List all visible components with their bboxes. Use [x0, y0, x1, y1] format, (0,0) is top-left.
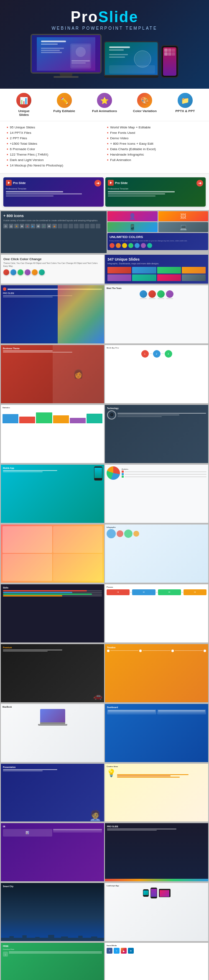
icons-preview-grid: ⊙ ◎ ★ ⊕ ♥ ▶ ⊞ ✓ ⊗ ◆: [3, 224, 104, 228]
slide-grid-row8: MacBook Dashboard: [0, 703, 209, 763]
proslide-preview-banner: Pro Slide Professional Template Pro: [0, 174, 209, 210]
spec-item-3: •2 PPT Files: [7, 136, 102, 141]
monitor-device: [31, 34, 102, 78]
laptop-device: [104, 41, 158, 78]
slide-thumb-18: Creative Ideas 💡: [105, 764, 208, 822]
slide-thumb-11: Skills: [1, 584, 104, 642]
preview-left-title: Pro Slide: [13, 182, 25, 184]
unique-slides-panel: 347 Unique Slides Infographic, Dashboard…: [105, 255, 208, 284]
slide-thumb-2: Meet The Team: [105, 285, 208, 343]
specs-section: •95 Unique Slides •14 PPTX Files •2 PPT …: [0, 121, 209, 174]
slide-thumb-1: PRO SLIDE: [1, 285, 104, 343]
svg-rect-3: [41, 48, 64, 49]
one-click-panel: One Click Color Change Theme Color, You …: [1, 255, 104, 284]
feature-slides-label: UniqueSlides: [5, 109, 43, 117]
spec-r-item-6: •Handmade Infographic: [107, 152, 202, 157]
slide-thumb-22: Landscape App: [105, 883, 208, 941]
svg-rect-16: [109, 56, 125, 58]
icons-count-label: + 800 icons: [3, 214, 104, 218]
svg-rect-10: [71, 62, 86, 64]
svg-rect-5: [41, 52, 62, 53]
unlimited-colors-label: UNLIMITED COLORS: [110, 235, 206, 239]
feature-editable-icon: ✏️: [57, 93, 72, 108]
slide-thumb-14: Timeline: [105, 644, 208, 702]
spec-item-4: •+1500 Total Slides: [7, 141, 102, 146]
unique-slides-label: 347 Unique Slides: [107, 257, 206, 261]
svg-marker-18: [8, 182, 10, 184]
slide-grid-row7: Premium 🚗 Timeline: [0, 643, 209, 703]
color-palette: [110, 243, 206, 248]
slide-grid-row3: Statistics Technology ⚙: [0, 404, 209, 464]
slide-thumb-9: [1, 525, 104, 583]
slide-thumb-23: FREE Download Now ↓: [1, 943, 104, 980]
svg-marker-19: [110, 182, 112, 184]
one-click-colors: [3, 269, 102, 275]
svg-rect-17: [109, 65, 155, 74]
slide-thumb-21: Smart City: [1, 883, 104, 941]
svg-rect-2: [41, 43, 58, 45]
header-subtitle: Webinar PowerPoint Template: [7, 26, 202, 31]
spec-item-7: •Dark and Light Version: [7, 157, 102, 163]
slide-grid-row10: 06 📊 PRO SLIDE: [0, 822, 209, 882]
slide-grid-row9: Presentation 🧑‍💼 Creative Ideas 💡: [0, 763, 209, 823]
specs-col-left: •95 Unique Slides •14 PPTX Files •2 PPT …: [7, 125, 102, 168]
slide-thumb-12: Process 01 02 03 04: [105, 584, 208, 642]
bar-chart-1: [3, 409, 102, 424]
unique-slides-grid: [107, 267, 206, 281]
feature-animations-icon: ⭐: [97, 93, 112, 108]
spec-r-item-2: •Free Fonts Used: [107, 130, 202, 136]
feature-slides-icon: 📊: [16, 93, 31, 108]
features-bar: 📊 UniqueSlides ✏️ Fully Editable ⭐ Full …: [0, 89, 209, 121]
slide-grid-row1: PRO SLIDE Meet The Team: [0, 284, 209, 344]
slide-thumb-13: Premium 🚗: [1, 644, 104, 702]
preview-left: Pro Slide Professional Template: [3, 177, 104, 207]
icons-panel: + 800 icons A wide variety of modern ico…: [1, 211, 107, 253]
preview-right: Pro Slide Professional Template: [105, 177, 206, 207]
unlimited-colors-panel: UNLIMITED COLORS Every section of the sl…: [107, 233, 208, 250]
header-section: ProSlide Webinar PowerPoint Template: [0, 0, 209, 89]
spec-item-8: •14 Mockup (No Need to Photoshop): [7, 163, 102, 168]
monitor-screen: [32, 35, 100, 72]
slide-thumb-6: Technology ⚙: [105, 405, 208, 463]
feature-color: 🎨 Color Variation: [126, 93, 163, 117]
slide-grid-row4: Mobile App Analytics: [0, 464, 209, 524]
one-click-section: One Click Color Change Theme Color, You …: [0, 254, 209, 284]
slide-grid-row5: Infographic: [0, 524, 209, 583]
slide-thumb-20: PRO SLIDE: [105, 823, 208, 881]
feature-pptx-label: PPTX & PPT: [166, 109, 204, 113]
slide-thumb-24: Social Media f t ▶ in: [105, 943, 208, 980]
feature-animations-label: Full Animations: [86, 109, 123, 113]
svg-rect-4: [41, 50, 60, 51]
spec-r-item-5: •Data Charts (Editable in Excel): [107, 146, 202, 152]
svg-marker-20: [1, 935, 104, 941]
photos-grid: 👤 🖼 📱 💻: [107, 211, 208, 232]
slide-grid-row12: FREE Download Now ↓ Social Media f t ▶ i…: [0, 942, 209, 980]
spec-item-5: •6 Premade Color: [7, 146, 102, 152]
feature-editable: ✏️ Fully Editable: [45, 93, 83, 117]
svg-point-14: [134, 51, 151, 67]
svg-rect-1: [41, 41, 66, 42]
slide-thumb-17: Presentation 🧑‍💼: [1, 764, 104, 822]
section-icons-colors: + 800 icons A wide variety of modern ico…: [0, 210, 209, 254]
spec-item-6: •122 Theme Files (.THMX): [7, 152, 102, 157]
spec-item-1: •95 Unique Slides: [7, 125, 102, 130]
header-title: ProSlide: [7, 8, 202, 26]
slide-thumb-19: 06 📊: [1, 823, 104, 881]
spec-item-2: •14 PPTX Files: [7, 130, 102, 136]
phone-screen-content: [163, 47, 176, 76]
slide-thumb-8: Analytics: [105, 465, 208, 523]
one-click-label: One Click Color Change: [3, 257, 102, 261]
svg-rect-9: [71, 60, 90, 61]
feature-pptx-icon: 📁: [178, 93, 193, 108]
colors-slides-col: 👤 🖼 📱 💻 UNLIMITED COLORS Every section o…: [107, 211, 208, 253]
monitor-content-svg: [37, 37, 95, 71]
spec-r-item-7: •Full Animation: [107, 157, 202, 163]
svg-rect-12: [109, 46, 130, 48]
slide-grid-row11: Smart City Landscape App: [0, 882, 209, 942]
feature-animations: ⭐ Full Animations: [86, 93, 123, 117]
feature-color-label: Color Variation: [126, 109, 163, 113]
feature-editable-label: Fully Editable: [45, 109, 83, 113]
spec-r-item-4: •+ 800 Free Icons + Easy Edit: [107, 141, 202, 146]
svg-rect-13: [109, 49, 124, 51]
spec-r-item-3: •Demo Video: [107, 136, 202, 141]
